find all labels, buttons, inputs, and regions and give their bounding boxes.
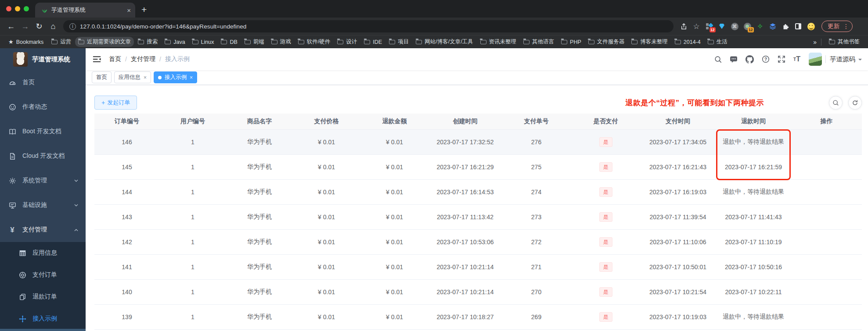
sidebar-item-cloud-doc[interactable]: Cloud 开发文档 — [0, 144, 86, 168]
tag-close-icon[interactable]: × — [144, 75, 147, 81]
bookmark-label: 运营 — [60, 38, 71, 46]
bookmark-folder[interactable]: 项目 — [386, 37, 412, 47]
bookmark-folder[interactable]: 网站/博客/文章/工具 — [413, 37, 476, 47]
share-icon[interactable] — [679, 21, 688, 31]
sidebar-item-pay[interactable]: ¥支付管理 — [0, 217, 86, 242]
bookmark-folder[interactable]: 运营 — [48, 37, 74, 47]
folder-icon — [675, 40, 681, 44]
app-logo[interactable]: 芋道管理系统 — [0, 48, 86, 70]
sidebar-item-refund-order[interactable]: 退款订单 — [0, 286, 86, 308]
bookmark-folder[interactable]: 生活 — [705, 37, 731, 47]
create-order-button[interactable]: + 发起订单 — [94, 96, 137, 110]
extension-layers-icon[interactable] — [768, 21, 778, 31]
browser-menu-icon[interactable]: ⋮ — [843, 23, 849, 30]
extension-squares-icon[interactable]: 12 — [704, 21, 714, 31]
bookmark-folder[interactable]: 设计 — [334, 37, 360, 47]
sidebar-item-author[interactable]: 作者动态 — [0, 95, 86, 119]
bookmarks-root[interactable]: ★ Bookmarks — [5, 37, 47, 46]
table-cell: 1 — [159, 279, 226, 304]
table-row[interactable]: 1401华为手机¥ 0.01¥ 0.012023-07-17 10:21:142… — [94, 279, 862, 304]
table-row[interactable]: 1451华为手机¥ 0.01¥ 0.012023-07-17 16:21:292… — [94, 154, 862, 179]
bookmark-folder[interactable]: IDE — [361, 38, 385, 46]
reload-icon[interactable]: ↻ — [32, 21, 46, 31]
extension-star-icon[interactable]: ✧ — [755, 21, 765, 31]
bookmark-folder[interactable]: 2014-4 — [672, 38, 704, 46]
table-row[interactable]: 1391华为手机¥ 0.01¥ 0.012023-07-17 10:18:272… — [94, 304, 862, 329]
profile-emoji-icon[interactable] — [806, 21, 816, 31]
bookmark-folder[interactable]: DB — [218, 38, 240, 46]
font-size-icon[interactable]: TT — [789, 55, 804, 63]
bookmark-folder[interactable]: 游戏 — [268, 37, 294, 47]
table-cell: 1 — [159, 154, 226, 179]
bookmark-label: 搜索 — [147, 38, 158, 46]
extension-circle-icon[interactable]: 12 — [742, 21, 752, 31]
bookmark-folder[interactable]: 文件服务器 — [585, 37, 628, 47]
extension-gem-icon[interactable] — [717, 21, 727, 31]
bookmark-folder[interactable]: 博客未整理 — [628, 37, 671, 47]
browser-tab[interactable]: 芋道管理系统 × — [35, 3, 135, 18]
home-icon[interactable]: ⌂ — [47, 22, 60, 31]
bookmark-folder[interactable]: Linux — [189, 38, 217, 46]
tab-panel-icon[interactable] — [793, 21, 803, 31]
chevron-down-icon[interactable] — [858, 59, 862, 62]
github-icon[interactable] — [742, 55, 758, 64]
tag-item[interactable]: 应用信息× — [114, 71, 151, 83]
sidebar-toggle-icon[interactable] — [86, 48, 108, 70]
folder-icon — [221, 40, 227, 44]
new-tab-button[interactable]: + — [141, 5, 147, 14]
bookmark-folder[interactable]: Java — [162, 38, 188, 46]
extension-command-icon[interactable]: ⌘ — [730, 21, 739, 31]
table-row[interactable]: 1431华为手机¥ 0.01¥ 0.012023-07-17 11:13:422… — [94, 204, 862, 229]
update-button[interactable]: 更新 ⋮ — [821, 21, 853, 32]
tag-item[interactable]: 首页 — [92, 71, 112, 83]
breadcrumb-item[interactable]: 支付管理 — [131, 55, 155, 63]
address-bar[interactable]: i 127.0.0.1:1024/pay/demo-order?id=146&p… — [63, 20, 674, 32]
table-row[interactable]: 1441华为手机¥ 0.01¥ 0.012023-07-17 16:14:532… — [94, 179, 862, 204]
back-icon[interactable]: ← — [4, 22, 18, 31]
fullscreen-icon[interactable] — [774, 55, 789, 63]
bookmark-folder[interactable]: 搜索 — [135, 37, 161, 47]
site-info-icon[interactable]: i — [69, 23, 76, 30]
search-icon[interactable] — [710, 56, 726, 63]
bookmark-folder[interactable]: 其他语言 — [520, 37, 557, 47]
bookmark-folder[interactable]: PHP — [558, 38, 584, 46]
sidebar-item-app-info[interactable]: 应用信息 — [0, 242, 86, 264]
username[interactable]: 芋道源码 — [830, 55, 855, 64]
table-row[interactable]: 1411华为手机¥ 0.01¥ 0.012023-07-17 10:21:142… — [94, 254, 862, 279]
tag-close-icon[interactable]: × — [190, 75, 193, 81]
other-bookmarks[interactable]: 其他书签 — [826, 37, 863, 47]
bookmark-star-icon[interactable]: ☆ — [692, 21, 701, 31]
bookmark-label: IDE — [373, 39, 382, 45]
bookmark-folder[interactable]: 资讯未整理 — [477, 37, 520, 47]
tag-active[interactable]: 接入示例× — [154, 71, 197, 83]
sidebar-item-demo[interactable]: 接入示例 — [0, 308, 86, 329]
forward-icon[interactable]: → — [18, 22, 32, 31]
table-row[interactable]: 1461华为手机¥ 0.01¥ 0.012023-07-17 17:32:522… — [94, 129, 862, 154]
table-cell: 是 — [571, 229, 640, 254]
bookmark-label: 软件/硬件 — [307, 38, 330, 46]
table-search-button[interactable] — [829, 96, 843, 110]
bookmarks-bar: ★ Bookmarks 运营近期需要读的文章搜索JavaLinuxDB前端游戏软… — [0, 35, 868, 48]
sidebar-item-system[interactable]: 系统管理 — [0, 168, 86, 193]
bookmark-folder[interactable]: 软件/硬件 — [295, 37, 333, 47]
table-row[interactable]: 1421华为手机¥ 0.01¥ 0.012023-07-17 10:53:062… — [94, 229, 862, 254]
extensions-puzzle-icon[interactable] — [781, 21, 790, 31]
window-zoom-button[interactable] — [24, 6, 29, 11]
bookmark-folder[interactable]: 近期需要读的文章 — [75, 37, 134, 47]
message-icon[interactable] — [726, 55, 742, 63]
sidebar-item-boot-doc[interactable]: Boot 开发文档 — [0, 119, 86, 144]
table-refresh-button[interactable] — [848, 96, 862, 110]
user-avatar[interactable] — [809, 53, 822, 66]
sidebar-item-pay-order[interactable]: 支付订单 — [0, 264, 86, 286]
bookmark-folder[interactable]: 前端 — [241, 37, 267, 47]
help-icon[interactable]: ? — [758, 55, 774, 63]
sidebar-item-home[interactable]: 首页 — [0, 70, 86, 95]
bookmarks-overflow-icon[interactable]: » — [813, 39, 817, 46]
window-minimize-button[interactable] — [15, 6, 20, 11]
tab-close-icon[interactable]: × — [127, 7, 131, 14]
sidebar-item-label: Boot 开发文档 — [22, 128, 79, 135]
breadcrumb-item[interactable]: 首页 — [109, 55, 121, 63]
window-close-button[interactable] — [6, 6, 11, 11]
sidebar-item-infra[interactable]: 基础设施 — [0, 193, 86, 217]
table-cell — [791, 229, 862, 254]
